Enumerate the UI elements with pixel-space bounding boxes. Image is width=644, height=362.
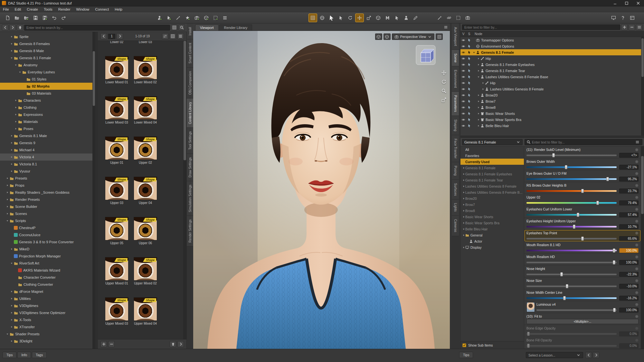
dock-tab-scene[interactable]: Scene [452,50,459,66]
expand-arrow[interactable] [10,50,14,52]
new-file-button[interactable] [3,14,12,22]
scene-navigator-tool-button[interactable] [318,14,327,22]
tree-scrollbar[interactable] [92,32,95,349]
tree-item[interactable]: 01 Styles [0,76,95,83]
maximize-button[interactable] [621,0,632,6]
parameter-group[interactable]: Basic Wear Shorts [460,214,524,220]
expand-arrow[interactable] [18,71,22,73]
menu-edit[interactable]: Edit [12,7,24,12]
expand-arrow[interactable] [5,184,9,187]
visibility-toggle[interactable] [460,38,466,42]
expand-arrow[interactable] [10,290,14,293]
thumbnail-item[interactable]: ShapeUpper 02 [131,136,160,164]
thumbnail-scrollbar[interactable] [183,41,186,339]
create-group-button[interactable] [211,14,220,22]
expand-arrow[interactable] [477,63,480,66]
thumbnail-item[interactable]: ShapeUpper 01 [102,136,131,164]
lesson-selector[interactable]: Select a Lesson... [526,352,583,358]
expand-arrow[interactable] [14,113,18,116]
parameter-value[interactable]: 0.0% [619,343,639,348]
scene-node-row[interactable]: Basic Wear Shorts [460,110,641,116]
menu-window[interactable]: Window [73,7,92,12]
lesson-prev-button[interactable] [585,352,592,358]
parameter-value[interactable]: 57.4% [619,212,639,217]
scene-menu-button[interactable] [636,24,642,30]
expand-arrow[interactable] [10,262,14,265]
power-pose-tool-button[interactable] [435,14,444,22]
selectability-toggle[interactable] [466,57,472,60]
slider-handle[interactable] [606,177,609,181]
parameter-value[interactable]: 95.2% [619,177,639,181]
visibility-toggle[interactable] [460,69,466,73]
tree-item[interactable]: Clothing Converter [0,281,95,288]
expand-arrow[interactable] [462,246,465,249]
redo-button[interactable] [59,14,68,22]
tree-item[interactable]: Materials [0,118,95,125]
tree-item[interactable]: Victoria 8.1 [0,161,95,168]
slider-track[interactable] [526,345,617,347]
expand-arrow[interactable] [462,185,465,188]
expand-arrow[interactable] [477,118,480,121]
tree-item[interactable]: V3Digitimes [0,302,95,309]
expand-arrow[interactable] [14,64,18,66]
tree-item[interactable]: Scenes [0,210,95,217]
tree-item[interactable]: V3Digitimes Scene Optimizer [0,309,95,316]
scrollbar-thumb[interactable] [641,38,644,77]
spot-render-tool-button[interactable] [463,14,472,22]
next-page-button[interactable] [117,33,123,39]
draw-style-alt-button[interactable] [384,33,391,40]
close-button[interactable] [632,0,644,6]
expand-arrow[interactable] [477,70,480,72]
parameter-group[interactable]: All [460,146,524,153]
parameters-filter-input[interactable] [532,140,633,144]
slider-track[interactable] [536,309,617,311]
thumbnail-item[interactable]: ShapeUpper Mixed 04 [131,297,160,325]
expand-arrow[interactable] [477,94,480,97]
slider-track[interactable] [526,178,617,180]
expand-arrow[interactable] [10,326,14,328]
parameter-group[interactable]: Favorites [460,153,524,159]
parameter-settings-button[interactable] [635,147,639,152]
parameter-settings-button[interactable] [635,278,639,283]
thumbnail-item[interactable]: ShapeUpper Mixed 02 [131,257,160,285]
parameter-value[interactable]: 0.0% [619,331,639,336]
slider-handle[interactable] [527,344,530,348]
parameter-settings-button[interactable] [635,255,639,259]
slider-handle[interactable] [613,248,615,253]
nav-forward-button[interactable] [9,24,16,31]
expand-all-button[interactable] [621,24,628,30]
parameter-group[interactable]: Lashes Utilities Genesis 8 Female B... [460,189,524,195]
status-tab-info[interactable]: Info [17,352,31,358]
expand-arrow[interactable] [5,219,9,222]
selectability-toggle[interactable] [466,106,472,109]
parameter-value[interactable]: 23.7% [619,189,639,193]
visibility-toggle[interactable] [460,87,466,91]
expand-arrow[interactable] [10,248,14,250]
slider-track[interactable] [526,190,617,192]
page-number[interactable]: 1 [108,34,115,39]
expand-arrow[interactable] [462,173,465,175]
rotate-tool-button[interactable] [346,14,355,22]
status-tab-tags[interactable]: Tags [32,352,47,358]
slider-track[interactable] [526,274,617,275]
zoom-in-button[interactable] [100,341,107,347]
slider-handle[interactable] [581,189,584,193]
dock-tab-parameters[interactable]: Parameters [452,92,459,116]
grid-view-button[interactable] [170,33,176,39]
expand-arrow[interactable] [10,319,14,321]
expand-arrow[interactable] [462,167,465,169]
parameter-settings-button[interactable] [635,290,639,294]
tree-item[interactable]: Genesis 9 [0,139,95,146]
parameter-value[interactable]: 79.4% [619,200,639,205]
parameter-value[interactable]: 100.0% [619,260,639,265]
layout-button[interactable] [628,14,637,22]
visibility-toggle[interactable] [460,51,466,54]
scene-node-row[interactable]: Hip [460,55,641,61]
expand-arrow[interactable] [10,170,14,172]
selectability-toggle[interactable] [466,112,472,115]
expand-arrow[interactable] [481,82,485,84]
expand-arrow[interactable] [10,297,14,300]
slider-handle[interactable] [613,260,615,265]
parameters-menu-button[interactable] [634,139,640,145]
draw-style-button[interactable] [375,33,382,40]
